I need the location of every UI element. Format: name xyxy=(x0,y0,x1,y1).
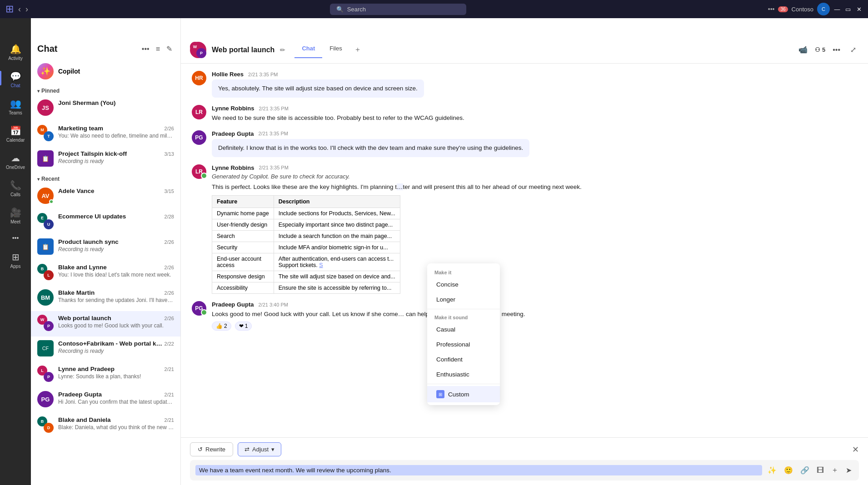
dropdown-item-longer[interactable]: Longer xyxy=(427,292,500,307)
dropdown-item-enthusiastic[interactable]: Enthusiastic xyxy=(427,367,500,382)
chat-header-avatar: W P xyxy=(190,42,206,58)
chat-header: W P Web portal launch ✏ Chat Files ＋ 📹 ⚇… xyxy=(181,36,868,64)
list-item[interactable]: CF Contoso+Fabrikam - Web portal ki... 2… xyxy=(31,337,180,362)
minimize-button[interactable]: — xyxy=(833,5,841,13)
sender-name: Lynne Robbins xyxy=(212,105,254,112)
dropdown-divider xyxy=(427,309,500,309)
filter-button[interactable]: ≡ xyxy=(154,43,162,55)
sidebar-item-onedrive[interactable]: ☁ OneDrive xyxy=(0,149,31,173)
bottom-bar: ↺ Rewrite ⇄ Adjust ▾ ✕ We have a team ev… xyxy=(181,437,868,485)
copilot-item[interactable]: ✨ Copilot xyxy=(31,59,180,84)
more-chat-options-button[interactable]: ••• xyxy=(140,43,151,55)
close-button[interactable]: ✕ xyxy=(855,5,863,13)
message-group: LR Lynne Robbins 2/21 3:35 PM We need to… xyxy=(192,105,857,123)
more-input-button[interactable]: ＋ xyxy=(829,464,840,477)
list-item[interactable]: AV Adele Vance 3/15 xyxy=(31,184,180,209)
chat-date: 2/21 xyxy=(165,417,174,423)
adjust-button[interactable]: ⇄ Adjust ▾ xyxy=(238,442,281,456)
main-chat-area: W P Web portal launch ✏ Chat Files ＋ 📹 ⚇… xyxy=(181,18,868,485)
emoji-button[interactable]: 🙂 xyxy=(782,464,795,476)
nav-back-button[interactable]: ‹ xyxy=(18,5,21,14)
sidebar-item-activity[interactable]: 🔔 Activity xyxy=(0,40,31,64)
avatar-wrap: E U xyxy=(37,213,54,229)
sidebar-item-teams[interactable]: 👥 Teams xyxy=(0,94,31,119)
expand-button[interactable]: ⤢ xyxy=(848,43,859,57)
tab-add-button[interactable]: ＋ xyxy=(349,41,366,58)
attach-button[interactable]: 🔗 xyxy=(798,464,811,476)
message-content: Hollie Rees 2/21 3:35 PM Yes, absolutely… xyxy=(212,71,857,98)
avatar-wrap: M T xyxy=(37,125,54,141)
reactions-row: 👍 2 ❤ 1 xyxy=(212,322,857,331)
list-item[interactable]: JS Joni Sherman (You) xyxy=(31,96,180,121)
online-indicator xyxy=(49,199,54,204)
recent-arrow-icon: ▾ xyxy=(37,177,40,182)
selected-input-text[interactable]: We have a team event next month. We will… xyxy=(195,465,762,475)
chat-date: 2/26 xyxy=(165,126,174,131)
new-chat-button[interactable]: ✎ xyxy=(165,43,174,55)
make-it-section-label: Make it xyxy=(427,266,500,277)
sidebar-item-chat[interactable]: 💬 Chat xyxy=(0,67,31,92)
list-item[interactable]: B D Blake and Daniela 2/21 Blake: Daniel… xyxy=(31,413,180,438)
dropdown-item-confident[interactable]: Confident xyxy=(427,352,500,367)
list-item[interactable]: B L Blake and Lynne 2/26 You: I love thi… xyxy=(31,260,180,286)
dropdown-divider-2 xyxy=(427,384,500,384)
list-item[interactable]: BM Blake Martin 2/26 Thanks for sending … xyxy=(31,286,180,311)
list-item[interactable]: L P Lynne and Pradeep 2/21 Lynne: Sounds… xyxy=(31,362,180,387)
sidebar-item-calendar[interactable]: 📅 Calendar xyxy=(0,122,31,146)
search-bar[interactable]: 🔍 Search xyxy=(330,4,466,15)
sidebar-item-calls[interactable]: 📞 Calls xyxy=(0,176,31,201)
list-item[interactable]: 📋 Project Tailspin kick-off 3/13 Recordi… xyxy=(31,147,180,172)
dropdown-item-concise[interactable]: Concise xyxy=(427,277,500,292)
chat-name: Project Tailspin kick-off xyxy=(58,150,127,157)
sidebar-item-meet[interactable]: 🎥 Meet xyxy=(0,203,31,228)
tab-files[interactable]: Files xyxy=(322,41,349,58)
list-item[interactable]: E U Ecommerce UI updates 2/28 xyxy=(31,209,180,235)
gif-button[interactable]: 🎞 xyxy=(815,465,826,476)
avatar-wrap: 📋 xyxy=(37,238,54,255)
list-item[interactable]: PG Pradeep Gupta 2/21 Hi Joni. Can you c… xyxy=(31,387,180,413)
video-call-button[interactable]: 📹 xyxy=(796,43,810,57)
more-options-button[interactable]: ••• xyxy=(768,5,775,13)
avatar-wrap: B L xyxy=(37,264,54,280)
send-enhancement-icon[interactable]: ✨ xyxy=(766,464,778,476)
message-time: 2/21 3:35 PM xyxy=(259,106,288,111)
reaction-thumbsup[interactable]: 👍 2 xyxy=(212,322,231,331)
message-group: LR Lynne Robbins 2/21 3:35 PM Generated … xyxy=(192,164,857,294)
list-item[interactable]: W P Web portal launch 2/26 Looks good to… xyxy=(31,311,180,337)
dropdown-item-casual[interactable]: Casual xyxy=(427,322,500,337)
chat-info: Product launch sync 2/26 Recording is re… xyxy=(58,238,174,252)
chat-info: Web portal launch 2/26 Looks good to me!… xyxy=(58,315,174,329)
avatar: BM xyxy=(37,289,54,306)
chat-preview: Blake: Daniela, what did you think of th… xyxy=(58,424,174,431)
sidebar-item-more[interactable]: ••• xyxy=(0,231,31,245)
chat-date: 3/13 xyxy=(165,151,174,157)
list-item[interactable]: M T Marketing team 2/26 You: We also nee… xyxy=(31,121,180,147)
chat-name: Ecommerce UI updates xyxy=(58,213,126,220)
sidebar-item-label: Activity xyxy=(8,56,23,61)
chat-name: Product launch sync xyxy=(58,238,119,245)
dropdown-item-professional[interactable]: Professional xyxy=(427,337,500,352)
more-options-header-button[interactable]: ••• xyxy=(830,43,843,57)
dropdown-item-custom[interactable]: ⊞ Custom xyxy=(427,386,500,402)
rewrite-button[interactable]: ↺ Rewrite xyxy=(190,442,233,456)
chat-name: Adele Vance xyxy=(58,188,95,194)
teams-logo-icon: ⊞ xyxy=(5,3,14,15)
list-item[interactable]: 📋 Product launch sync 2/26 Recording is … xyxy=(31,235,180,260)
close-rewrite-button[interactable]: ✕ xyxy=(852,445,859,455)
sidebar-item-label: Meet xyxy=(10,219,20,224)
titlebar: ⊞ ‹ › 🔍 Search ••• 36 Contoso C — ▭ ✕ xyxy=(0,0,868,18)
feature-table: Feature Description Dynamic home pageInc… xyxy=(212,195,400,294)
meet-icon: 🎥 xyxy=(10,207,21,218)
tab-chat[interactable]: Chat xyxy=(294,41,322,58)
avatar-wrap: AV xyxy=(37,188,54,204)
chat-info: Blake Martin 2/26 Thanks for sending the… xyxy=(58,289,174,303)
messages-container: HR Hollie Rees 2/21 3:35 PM Yes, absolut… xyxy=(181,64,868,437)
pinned-section-label: ▾ Pinned xyxy=(31,84,180,96)
reaction-heart[interactable]: ❤ 1 xyxy=(235,322,252,331)
send-button[interactable]: ➤ xyxy=(844,464,853,476)
message-group: HR Hollie Rees 2/21 3:35 PM Yes, absolut… xyxy=(192,71,857,98)
edit-title-icon[interactable]: ✏ xyxy=(280,46,285,54)
chat-name: Web portal launch xyxy=(58,315,111,322)
sidebar-item-apps[interactable]: ⊞ Apps xyxy=(0,248,31,272)
restore-button[interactable]: ▭ xyxy=(844,5,852,13)
